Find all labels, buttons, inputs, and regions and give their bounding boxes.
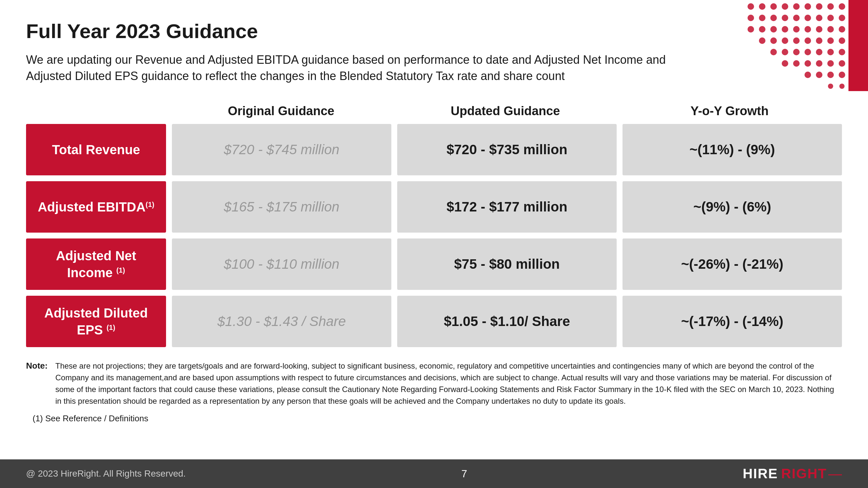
col-header-original: Original Guidance: [172, 104, 391, 118]
updated-value-1: $172 - $177 million: [446, 199, 567, 215]
original-cell-2: $100 - $110 million: [172, 238, 391, 290]
svg-point-3: [770, 3, 777, 10]
footer-note: Note: These are not projections; they ar…: [26, 360, 842, 407]
updated-value-2: $75 - $80 million: [454, 256, 560, 272]
footnote-ref: (1) See Reference / Definitions: [26, 414, 842, 424]
original-value-0: $720 - $745 million: [224, 142, 340, 158]
svg-point-47: [827, 60, 834, 67]
copyright-text: @ 2023 HireRight. All Rights Reserved.: [26, 468, 186, 479]
updated-cell-2: $75 - $80 million: [397, 238, 617, 290]
page-number: 7: [461, 468, 467, 480]
page-title: Full Year 2023 Guidance: [26, 20, 842, 43]
original-value-3: $1.30 - $1.43 / Share: [217, 314, 346, 329]
svg-point-4: [782, 3, 788, 10]
row-label-text: Total Revenue: [52, 141, 140, 158]
original-value-2: $100 - $110 million: [224, 256, 340, 272]
svg-point-49: [805, 72, 811, 78]
yoy-value-3: ~(-17%) - (-14%): [681, 314, 783, 329]
svg-point-5: [793, 3, 800, 10]
yoy-cell-0: ~(11%) - (9%): [622, 124, 842, 175]
table-row: Adjusted Net Income (1) $100 - $110 mill…: [26, 238, 842, 290]
guidance-table: Original Guidance Updated Guidance Y-o-Y…: [26, 104, 842, 347]
updated-cell-0: $720 - $735 million: [397, 124, 617, 175]
row-label-text: Adjusted Diluted EPS (1): [36, 304, 156, 338]
svg-point-7: [816, 3, 823, 10]
svg-point-53: [828, 84, 833, 89]
svg-point-43: [782, 60, 788, 67]
yoy-value-0: ~(11%) - (9%): [689, 142, 775, 158]
svg-point-42: [839, 49, 845, 55]
svg-point-44: [793, 60, 800, 67]
table-row: Adjusted Diluted EPS (1) $1.30 - $1.43 /…: [26, 296, 842, 347]
row-label-text: Adjusted Net Income (1): [36, 247, 156, 281]
row-label-total-revenue: Total Revenue: [26, 124, 166, 175]
row-label-eps: Adjusted Diluted EPS (1): [26, 296, 166, 347]
svg-rect-0: [848, 0, 868, 91]
logo-bracket: ―: [828, 466, 842, 482]
svg-point-50: [816, 72, 823, 78]
svg-point-1: [747, 3, 754, 10]
row-label-net-income: Adjusted Net Income (1): [26, 238, 166, 290]
data-rows: Total Revenue $720 - $745 million $720 -…: [26, 124, 842, 347]
svg-point-46: [816, 60, 823, 67]
svg-point-2: [759, 3, 766, 10]
col-header-yoy: Y-o-Y Growth: [620, 104, 839, 118]
svg-point-8: [827, 3, 834, 10]
table-row: Adjusted EBITDA(1) $165 - $175 million $…: [26, 181, 842, 233]
svg-point-41: [827, 49, 834, 55]
svg-point-37: [782, 49, 788, 55]
svg-point-6: [805, 3, 811, 10]
subtitle: We are updating our Revenue and Adjusted…: [26, 52, 710, 85]
yoy-cell-3: ~(-17%) - (-14%): [622, 296, 842, 347]
hireright-logo: HIRE RIGHT ―: [743, 466, 842, 482]
yoy-cell-2: ~(-26%) - (-21%): [622, 238, 842, 290]
original-cell-3: $1.30 - $1.43 / Share: [172, 296, 391, 347]
updated-value-3: $1.05 - $1.10/ Share: [444, 314, 570, 329]
col-header-updated: Updated Guidance: [396, 104, 615, 118]
svg-point-48: [839, 60, 845, 67]
yoy-value-1: ~(9%) - (6%): [693, 199, 771, 215]
column-headers: Original Guidance Updated Guidance Y-o-Y…: [26, 104, 842, 118]
main-container: Full Year 2023 Guidance We are updating …: [0, 0, 868, 488]
yoy-cell-1: ~(9%) - (6%): [622, 181, 842, 233]
note-label: Note:: [26, 360, 52, 407]
svg-point-38: [793, 49, 800, 55]
original-cell-0: $720 - $745 million: [172, 124, 391, 175]
row-label-ebitda: Adjusted EBITDA(1): [26, 181, 166, 233]
decorative-dots: [744, 0, 868, 91]
svg-point-9: [839, 3, 845, 10]
logo-right: RIGHT: [781, 466, 827, 482]
row-label-text: Adjusted EBITDA(1): [38, 198, 154, 215]
svg-point-52: [839, 72, 845, 78]
updated-cell-3: $1.05 - $1.10/ Share: [397, 296, 617, 347]
svg-point-51: [827, 72, 834, 78]
svg-point-40: [816, 49, 823, 55]
original-cell-1: $165 - $175 million: [172, 181, 391, 233]
svg-point-54: [839, 84, 844, 89]
updated-cell-1: $172 - $177 million: [397, 181, 617, 233]
table-row: Total Revenue $720 - $745 million $720 -…: [26, 124, 842, 175]
svg-point-45: [805, 60, 811, 67]
svg-point-36: [770, 49, 777, 55]
svg-point-39: [805, 49, 811, 55]
yoy-value-2: ~(-26%) - (-21%): [681, 256, 783, 272]
original-value-1: $165 - $175 million: [224, 199, 340, 215]
col-header-empty: [26, 104, 166, 118]
logo-hire: HIRE: [743, 466, 778, 482]
updated-value-0: $720 - $735 million: [446, 142, 567, 158]
note-text: These are not projections; they are targ…: [55, 360, 842, 407]
bottom-bar: @ 2023 HireRight. All Rights Reserved. 7…: [0, 459, 868, 488]
